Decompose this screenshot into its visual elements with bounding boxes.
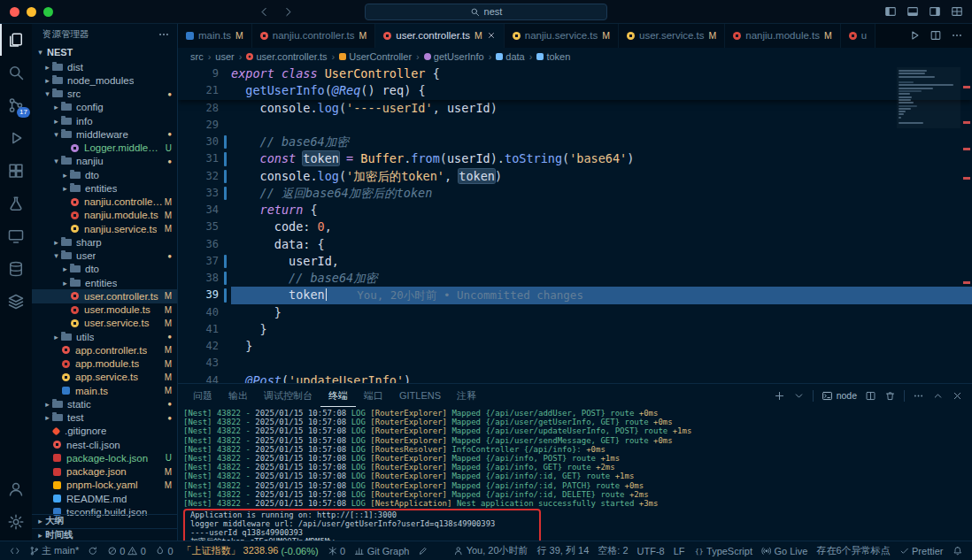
panel-tab-调试控制台[interactable]: 调试控制台 — [256, 384, 320, 407]
activity-database[interactable] — [0, 252, 32, 285]
forward-arrow-icon[interactable] — [282, 6, 294, 18]
tree-item-sharp[interactable]: ▸sharp — [32, 235, 177, 249]
git-graph[interactable]: Git Graph — [350, 541, 413, 560]
breadcrumb-UserController[interactable]: UserController — [339, 51, 412, 62]
tree-item-node_modules[interactable]: ▸node_modules — [32, 73, 177, 87]
notifications[interactable] — [948, 541, 968, 560]
outline-section[interactable]: ▸ 大纲 — [32, 514, 177, 528]
indentation[interactable]: 空格: 2 — [593, 541, 632, 560]
tree-item-middleware[interactable]: ▾middleware● — [32, 127, 177, 141]
stock-ticker[interactable]: 「上证指数」 3238.96(-0.06%) — [178, 541, 323, 560]
activity-settings[interactable] — [0, 505, 32, 538]
line-number[interactable]: 38 — [178, 270, 231, 287]
activity-testing[interactable] — [0, 187, 32, 219]
tab-user.service.ts[interactable]: user.service.tsM — [619, 23, 725, 48]
panel-tab-端口[interactable]: 端口 — [356, 384, 391, 407]
toggle-primary-sidebar-icon[interactable] — [884, 5, 897, 18]
run-icon[interactable] — [908, 29, 921, 42]
tree-item-app.service.ts[interactable]: app.service.tsM — [32, 371, 177, 384]
panel-tab-终端[interactable]: 终端 — [320, 384, 356, 407]
maximize-panel-icon[interactable] — [932, 390, 944, 402]
split-terminal-icon[interactable] — [865, 390, 876, 402]
terminal-instance-node[interactable]: node — [822, 390, 857, 402]
tab-main.ts[interactable]: main.tsM — [178, 23, 252, 48]
tree-item-utils[interactable]: ▸utils● — [32, 330, 177, 343]
close-panel-icon[interactable] — [952, 390, 963, 402]
tree-item-app.controller.ts[interactable]: app.controller.tsM — [32, 343, 177, 357]
tree-item-.gitignore[interactable]: .gitignore — [32, 425, 177, 438]
problems-item[interactable]: 00 — [103, 541, 150, 560]
blame-info[interactable]: You, 20小时前 — [449, 541, 532, 560]
eol[interactable]: LF — [669, 541, 690, 560]
cursor-position[interactable]: 行 39, 列 14 — [533, 541, 594, 560]
flame-counter[interactable]: 0 — [150, 541, 178, 560]
line-number[interactable]: 9 — [178, 65, 231, 82]
tab-user.controller.ts[interactable]: user.controller.tsM — [375, 23, 504, 48]
breadcrumb-token[interactable]: token — [536, 51, 570, 62]
explorer-section-nest[interactable]: ▾ NEST — [32, 43, 177, 60]
tree-item-user.service.ts[interactable]: user.service.tsM — [32, 317, 177, 330]
tree-item-package-lock.json[interactable]: package-lock.jsonU — [32, 451, 177, 464]
tree-item-config[interactable]: ▸config — [32, 101, 177, 114]
tree-item-entities[interactable]: ▸entities — [32, 181, 177, 195]
tree-item-test[interactable]: ▸test● — [32, 411, 177, 425]
tree-item-user.module.ts[interactable]: user.module.tsM — [32, 303, 177, 317]
breadcrumb-user[interactable]: user — [215, 51, 234, 62]
toggle-panel-icon[interactable] — [906, 5, 919, 18]
line-number[interactable]: 32 — [178, 168, 231, 185]
panel-tab-输出[interactable]: 输出 — [220, 384, 256, 407]
tree-item-nanjiu.service.ts[interactable]: nanjiu.service.tsM — [32, 222, 177, 235]
breadcrumb-data[interactable]: data — [496, 51, 524, 62]
activity-account[interactable] — [0, 472, 32, 505]
line-number[interactable]: 34 — [178, 202, 231, 219]
tree-item-dist[interactable]: ▸dist — [32, 60, 177, 73]
activity-layers[interactable] — [0, 285, 32, 318]
back-arrow-icon[interactable] — [258, 6, 270, 18]
tree-item-dto[interactable]: ▸dto — [32, 263, 177, 276]
tab-nanjiu.service.ts[interactable]: nanjiu.service.tsM — [505, 23, 619, 48]
timeline-section[interactable]: ▸ 时间线 — [32, 528, 177, 542]
line-number[interactable]: 40 — [178, 304, 231, 321]
activity-extensions[interactable] — [0, 154, 32, 187]
branch-item[interactable]: 主 main* — [25, 541, 84, 560]
line-number[interactable]: 41 — [178, 321, 231, 338]
customize-layout-icon[interactable] — [951, 5, 963, 18]
language-mode[interactable]: {}TypeScript — [690, 541, 757, 560]
activity-search[interactable] — [0, 56, 32, 88]
tree-item-Logger.middleware.ts[interactable]: Logger.middleware.tsU — [32, 142, 177, 155]
line-number[interactable]: 36 — [178, 236, 231, 253]
tree-item-nanjiu.controller.ts[interactable]: nanjiu.controller.tsM — [32, 196, 177, 209]
tab-u[interactable]: u — [841, 23, 876, 48]
remote-indicator[interactable] — [5, 541, 25, 560]
breadcrumb-user.controller.ts[interactable]: user.controller.ts — [246, 51, 327, 62]
breadcrumb-getUserInfo[interactable]: getUserInfo — [424, 51, 484, 62]
minimize-window-button[interactable] — [27, 7, 36, 17]
tree-item-user[interactable]: ▾user● — [32, 249, 177, 263]
new-terminal-icon[interactable] — [774, 390, 785, 402]
line-number[interactable]: 29 — [178, 117, 231, 134]
tree-item-main.ts[interactable]: main.tsM — [32, 384, 177, 397]
activity-run-debug[interactable] — [0, 121, 32, 154]
line-number[interactable]: 30 — [178, 134, 231, 150]
more-actions-icon[interactable] — [951, 29, 963, 42]
line-number[interactable]: 39 — [178, 287, 231, 303]
tree-item-nanjiu.module.ts[interactable]: nanjiu.module.tsM — [32, 209, 177, 222]
breadcrumb-src[interactable]: src — [190, 51, 204, 62]
close-window-button[interactable] — [10, 7, 19, 17]
minimap[interactable] — [897, 67, 960, 128]
activity-source-control[interactable]: 17 — [0, 88, 32, 121]
zoom-window-button[interactable] — [43, 7, 53, 17]
line-number[interactable]: 35 — [178, 219, 231, 235]
go-live[interactable]: Go Live — [757, 541, 812, 560]
tab-nanjiu.module.ts[interactable]: nanjiu.module.tsM — [725, 23, 841, 48]
abnormal-punctuation[interactable]: 存在6个异常标点 — [812, 541, 894, 560]
line-number[interactable]: 33 — [178, 185, 231, 202]
code-editor[interactable]: 9export class UserController {21 getUser… — [178, 65, 972, 384]
sync-button[interactable] — [83, 541, 103, 560]
tree-item-user.controller.ts[interactable]: user.controller.tsM — [32, 289, 177, 303]
panel-tab-问题[interactable]: 问题 — [185, 384, 220, 407]
line-number[interactable]: 42 — [178, 338, 231, 355]
line-number[interactable]: 43 — [178, 355, 231, 372]
line-number[interactable]: 28 — [178, 100, 231, 117]
star-counter[interactable]: 0 — [323, 541, 351, 560]
